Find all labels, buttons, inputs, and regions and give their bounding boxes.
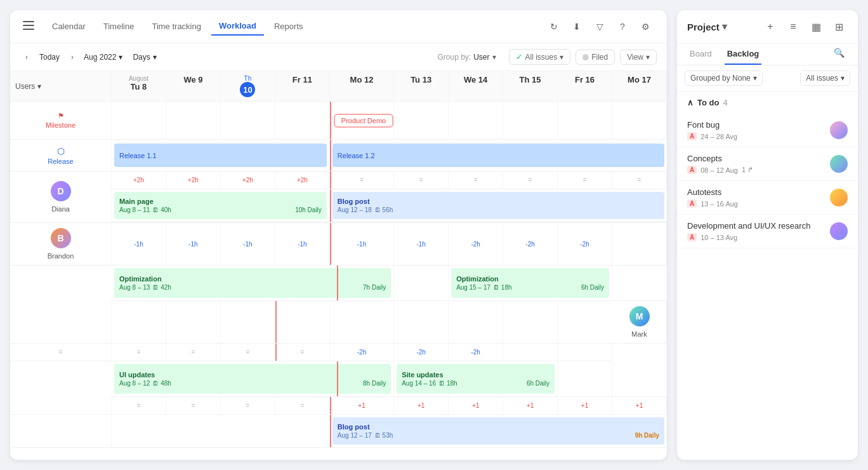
brandon-load-3: -1h bbox=[275, 223, 330, 265]
chevron-down-icon: ▾ bbox=[119, 53, 122, 62]
release-1-bar[interactable]: Release 1.1 bbox=[112, 140, 330, 171]
mark-load-9 bbox=[558, 344, 612, 361]
col-header-5: Tu 13 bbox=[394, 71, 449, 102]
hamburger-icon[interactable] bbox=[23, 21, 34, 32]
rp-toolbar: Grouped by None ▾ All issues ▾ bbox=[677, 65, 858, 91]
milestone-cell-2 bbox=[221, 102, 275, 140]
col-header-0: August Tu 8 bbox=[112, 71, 166, 102]
view-selector[interactable]: View ▾ bbox=[620, 50, 657, 65]
milestone-event[interactable]: Product Demo bbox=[334, 114, 393, 128]
rp-grid-button[interactable]: ▦ bbox=[807, 18, 825, 36]
col-header-6: We 14 bbox=[449, 71, 503, 102]
chevron-down-icon: ▾ bbox=[153, 53, 157, 62]
todo-header[interactable]: ∧ To do 4 bbox=[677, 91, 858, 114]
mark-task-ui-updates[interactable]: UI updates Aug 8 – 12 🗓 48h 8h Daily bbox=[112, 361, 394, 397]
diana-header: D Diana bbox=[10, 171, 112, 223]
diana-task-main-page[interactable]: Main page Aug 8 – 11 🗓 40h 10h Daily bbox=[112, 189, 330, 222]
mark-load-0: = bbox=[10, 344, 112, 361]
release-label: ⬡ Release bbox=[10, 140, 112, 171]
chevron-down-icon: ▾ bbox=[37, 82, 41, 91]
issue-font-bug[interactable]: Font bug A 24 – 28 Avg bbox=[677, 114, 858, 147]
mark-load-3: = bbox=[221, 344, 275, 361]
mark-load-2: = bbox=[166, 344, 221, 361]
chevron-down-icon: ▾ bbox=[646, 53, 650, 62]
issue-autotests[interactable]: Autotests A 13 – 16 Aug bbox=[677, 181, 858, 215]
chevron-down-icon: ▾ bbox=[753, 74, 757, 83]
milestone-cell-1 bbox=[166, 102, 221, 140]
concepts-avatar bbox=[830, 155, 848, 173]
chevron-down-icon: ∧ bbox=[687, 98, 694, 107]
milestone-cell-7 bbox=[503, 102, 558, 140]
settings-button[interactable]: ⚙ bbox=[636, 18, 654, 36]
col-header-2: Th 10 bbox=[221, 71, 275, 102]
help-button[interactable]: ? bbox=[614, 18, 631, 36]
date-selector[interactable]: Aug 2022 ▾ bbox=[84, 53, 122, 62]
group-by-value[interactable]: User bbox=[473, 53, 489, 62]
diana-task-blog-post[interactable]: Blog post Aug 12 – 18 🗓 56h bbox=[330, 189, 667, 222]
diana-load-6: = bbox=[449, 171, 503, 189]
users-header[interactable]: Users ▾ bbox=[10, 71, 112, 102]
calendar-area: Users ▾ August Tu 8 We 9 Th bbox=[10, 71, 667, 460]
milestone-cell-8 bbox=[558, 102, 612, 140]
rp-actions: + ≡ ▦ ⊞ bbox=[761, 18, 848, 36]
todo-section: ∧ To do 4 Font bug A 24 – 28 Avg bbox=[677, 91, 858, 248]
mark-task-site-updates[interactable]: Site updates Aug 14 – 16 🗓 18h 6h Daily bbox=[394, 361, 558, 397]
rp-list-button[interactable]: ≡ bbox=[784, 18, 802, 36]
diana-load-0: +2h bbox=[112, 171, 166, 189]
days-selector[interactable]: Days ▾ bbox=[133, 53, 156, 62]
milestone-cell-0 bbox=[112, 102, 166, 140]
col-header-8: Fr 16 bbox=[558, 71, 612, 102]
tab-workload[interactable]: Workload bbox=[211, 17, 264, 36]
diana-load-1: +2h bbox=[166, 171, 221, 189]
today-button[interactable]: Today bbox=[34, 50, 65, 64]
prev-button[interactable]: ‹ bbox=[20, 50, 33, 64]
mark-blog-header bbox=[10, 415, 112, 448]
brandon-load-9 bbox=[612, 223, 667, 265]
diana-load-5: = bbox=[394, 171, 449, 189]
brandon-load-7: -2h bbox=[503, 223, 558, 265]
mark-load-1: = bbox=[112, 344, 166, 361]
col-header-3: Fr 11 bbox=[275, 71, 330, 102]
tab-backlog[interactable]: Backlog bbox=[725, 44, 762, 65]
tab-calendar[interactable]: Calendar bbox=[44, 17, 93, 36]
brandon-load-5: -1h bbox=[394, 223, 449, 265]
tab-board[interactable]: Board bbox=[687, 44, 714, 65]
brandon-load-6: -2h bbox=[449, 223, 503, 265]
chevron-down-icon: ▾ bbox=[841, 74, 845, 83]
refresh-button[interactable]: ↻ bbox=[545, 18, 563, 36]
release-2-bar[interactable]: Release 1.2 bbox=[330, 140, 667, 171]
diana-avatar: D bbox=[51, 181, 71, 201]
tab-reports[interactable]: Reports bbox=[266, 17, 311, 36]
all-issues-filter[interactable]: ✓ All issues ▾ bbox=[509, 49, 571, 65]
svg-rect-2 bbox=[23, 29, 34, 30]
mark-load-6: -2h bbox=[394, 344, 449, 361]
brandon-load-8: -2h bbox=[558, 223, 612, 265]
brandon-avatar: B bbox=[51, 228, 71, 248]
mark-task-blog-post[interactable]: Blog post Aug 12 – 17 🗓 53h 9h Daily bbox=[330, 415, 667, 448]
brandon-load-4: -1h bbox=[330, 223, 394, 265]
search-button[interactable]: 🔍 bbox=[830, 44, 848, 62]
all-issues-selector[interactable]: All issues ▾ bbox=[800, 70, 850, 86]
toolbar-nav: ‹ Today › bbox=[20, 50, 79, 64]
mark-load-4: = bbox=[275, 344, 330, 361]
issue-dev-research[interactable]: Development and UI/UX research A 10 – 13… bbox=[677, 215, 858, 248]
diana-load-3: +2h bbox=[275, 171, 330, 189]
filed-filter[interactable]: ◎ Filed bbox=[575, 50, 615, 65]
milestone-cell-5 bbox=[394, 102, 449, 140]
tab-timeline[interactable]: Timeline bbox=[96, 17, 142, 36]
download-button[interactable]: ⬇ bbox=[568, 18, 586, 36]
svg-rect-0 bbox=[23, 21, 34, 22]
brandon-task-opt2[interactable]: Optimization Aug 15 – 17 🗓 18h 6h Daily bbox=[449, 265, 612, 301]
brandon-task-opt1[interactable]: Optimization Aug 8 – 13 🗓 42h 7h Daily bbox=[112, 265, 394, 301]
grouped-by-selector[interactable]: Grouped by None ▾ bbox=[685, 70, 763, 86]
next-button[interactable]: › bbox=[66, 50, 79, 64]
group-by: Group by: User ▾ bbox=[437, 53, 496, 62]
rp-add-button[interactable]: + bbox=[761, 18, 779, 36]
col-header-4: Mo 12 bbox=[330, 71, 394, 102]
milestone-cell-9 bbox=[612, 102, 667, 140]
issue-concepts[interactable]: Concepts A 08 – 12 Aug 1 ↱ bbox=[677, 147, 858, 181]
rp-table-button[interactable]: ⊞ bbox=[830, 18, 848, 36]
tab-time-tracking[interactable]: Time tracking bbox=[144, 17, 209, 36]
col-header-7: Th 15 bbox=[503, 71, 558, 102]
filter-icon-btn[interactable]: ▽ bbox=[591, 18, 608, 36]
